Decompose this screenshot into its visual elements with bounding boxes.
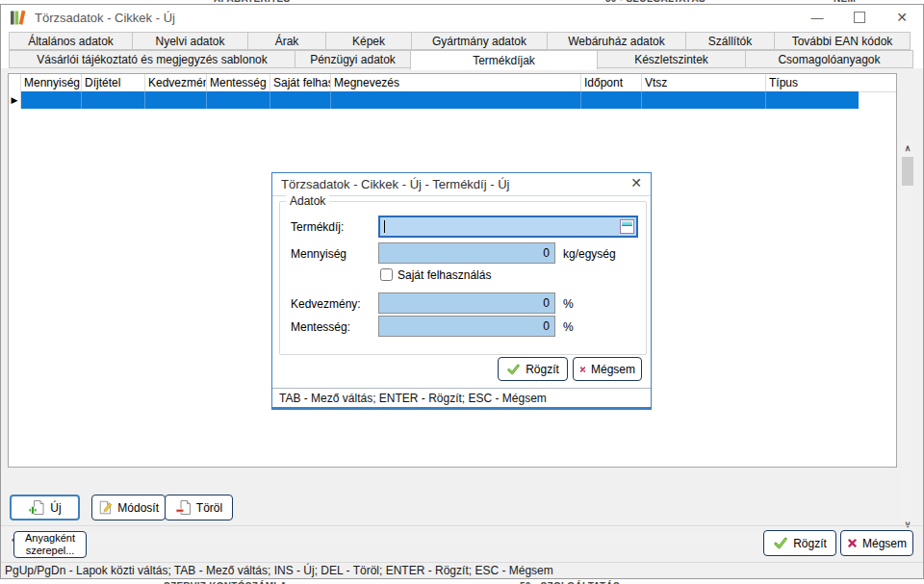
kedvezmeny-input[interactable]: [378, 292, 555, 314]
column-header-sajat-felhasz[interactable]: Saját felhasz: [270, 74, 331, 91]
current-row-marker-icon: ▶: [12, 96, 18, 105]
delete-button[interactable]: Töröl: [165, 495, 233, 521]
minimize-icon: —: [811, 11, 824, 25]
edit-pencil-icon: [98, 499, 113, 516]
titlebar[interactable]: Törzsadatok - Cikkek - Új — ✕: [1, 5, 923, 30]
sajat-felhasznalas-label: Saját felhasználás: [398, 268, 491, 282]
column-header-idopont[interactable]: Időpont: [581, 74, 642, 91]
lookup-button[interactable]: [620, 219, 634, 234]
groupbox-legend: Adatok: [286, 194, 329, 208]
mentesseg-label: Mentesség:: [291, 320, 350, 334]
cancel-x-icon: [579, 363, 586, 376]
dialog-cancel-button[interactable]: Mégsem: [573, 357, 642, 381]
footer-save-button[interactable]: Rögzít: [763, 530, 836, 556]
grid-header: Mennyiség Díjtétel Kedvezmény Mentesség …: [9, 74, 896, 92]
dialog-title: Törzsadatok - Cikkek - Új - Termékdíj - …: [281, 177, 509, 191]
material-role-button[interactable]: Anyagként szerepel...: [13, 531, 87, 558]
new-button-label: Új: [50, 501, 61, 515]
tab-csomagoloanyagok[interactable]: Csomagolóanyagok: [745, 50, 913, 68]
close-button[interactable]: ✕: [881, 5, 923, 30]
footer-save-label: Rögzít: [793, 537, 827, 550]
tab-webaruhaz-adatok[interactable]: Webáruház adatok: [547, 32, 686, 50]
mentesseg-input[interactable]: [378, 316, 555, 337]
dialog-save-label: Rögzít: [526, 363, 559, 376]
mennyiseg-input[interactable]: [378, 242, 555, 264]
maximize-icon: [854, 12, 865, 23]
tab-row-1: Általános adatok Nyelvi adatok Árak Képe…: [9, 32, 911, 50]
dialog-cancel-label: Mégsem: [591, 363, 635, 376]
status-bar-text: PgUp/PgDn - Lapok közti váltás; TAB - Me…: [5, 564, 553, 577]
tab-arak[interactable]: Árak: [247, 32, 326, 50]
row-selector-header: [9, 74, 21, 91]
new-document-icon: [28, 499, 45, 516]
lookup-window-icon: [622, 221, 632, 226]
maximize-button[interactable]: [838, 5, 881, 30]
termekdij-dialog: Törzsadatok - Cikkek - Új - Termékdíj - …: [271, 172, 652, 410]
footer-cancel-button[interactable]: Mégsem: [840, 530, 913, 556]
dialog-close-icon[interactable]: ✕: [630, 175, 642, 190]
column-header-vtsz[interactable]: Vtsz: [642, 74, 766, 91]
column-header-mentesseg[interactable]: Mentesség: [207, 74, 270, 91]
check-icon: [773, 536, 788, 550]
tab-row-2: Vásárlói tájékoztató és megjegyzés sablo…: [9, 50, 913, 68]
scroll-down-icon[interactable]: ∨: [901, 517, 914, 531]
status-bar: PgUp/PgDn - Lapok közti váltás; TAB - Me…: [1, 562, 923, 578]
row-selector-cell: ▶: [9, 91, 21, 109]
dialog-save-button[interactable]: Rögzít: [498, 357, 568, 381]
modify-button-label: Módosít: [117, 501, 159, 515]
mentesseg-unit: %: [563, 320, 574, 334]
column-header-megnevezes[interactable]: Megnevezés: [331, 74, 581, 91]
delete-document-icon: [175, 499, 192, 516]
mennyiseg-label: Mennyiség: [291, 247, 346, 261]
text-caret: [384, 220, 385, 233]
tab-altalanos-adatok[interactable]: Általános adatok: [9, 32, 133, 50]
tab-termekdijak[interactable]: Termékdíjak: [410, 50, 598, 70]
column-header-kedvezmeny[interactable]: Kedvezmény: [145, 74, 207, 91]
tab-kepek[interactable]: Képek: [325, 32, 412, 50]
close-icon: ✕: [896, 10, 908, 25]
dialog-status-text: TAB - Mező váltás; ENTER - Rögzít; ESC -…: [279, 392, 547, 405]
tab-vasarloi-tajekoztato[interactable]: Vásárlói tájékoztató és megjegyzés sablo…: [9, 50, 295, 68]
tab-nyelvi-adatok[interactable]: Nyelvi adatok: [132, 32, 248, 50]
delete-button-label: Töröl: [196, 501, 222, 515]
vertical-scrollbar[interactable]: ∧ ∨: [901, 140, 914, 531]
check-icon: [506, 363, 521, 376]
sajat-felhasznalas-checkbox[interactable]: [380, 268, 393, 281]
footer-cancel-label: Mégsem: [862, 537, 907, 550]
termekdij-input[interactable]: [378, 216, 638, 238]
vertical-scroll-thumb[interactable]: [902, 157, 913, 186]
cancel-x-icon: [847, 536, 858, 550]
kedvezmeny-unit: %: [563, 297, 574, 311]
window-title: Törzsadatok - Cikkek - Új: [35, 11, 175, 25]
tab-gyartmany-adatok[interactable]: Gyártmány adatok: [411, 32, 548, 50]
background-window-bottom-strip: SZERVIZ KONTÓSZÁMLA 50 - SZOLGÁLTATÁS: [0, 580, 924, 584]
scroll-up-icon[interactable]: ∧: [901, 140, 914, 155]
dialog-titlebar[interactable]: Törzsadatok - Cikkek - Új - Termékdíj - …: [272, 173, 651, 196]
column-header-mennyiseg[interactable]: Mennyiség: [21, 74, 82, 91]
tab-szallitok[interactable]: Szállítók: [685, 32, 775, 50]
minimize-button[interactable]: —: [796, 5, 838, 30]
tab-penzugyi-adatok[interactable]: Pénzügyi adatok: [295, 50, 411, 68]
material-role-button-label: Anyagként szerepel...: [16, 532, 84, 556]
app-logo-icon: [10, 9, 27, 26]
kedvezmeny-label: Kedvezmény:: [291, 297, 361, 311]
mennyiseg-unit: kg/egység: [563, 247, 616, 261]
selected-empty-row[interactable]: [21, 91, 859, 109]
modify-button[interactable]: Módosít: [91, 495, 166, 521]
termekdij-label: Termékdíj:: [291, 220, 344, 234]
new-button[interactable]: Új: [10, 495, 80, 521]
footer-separator: [1, 525, 923, 526]
tab-tovabbi-ean-kodok[interactable]: További EAN kódok: [774, 32, 911, 50]
tab-keszletszintek[interactable]: Készletszintek: [597, 50, 746, 68]
dialog-status-bar: TAB - Mező váltás; ENTER - Rögzít; ESC -…: [272, 388, 651, 407]
column-header-dijtetel[interactable]: Díjtétel: [82, 74, 145, 91]
column-header-tipus[interactable]: Típus: [766, 74, 896, 91]
